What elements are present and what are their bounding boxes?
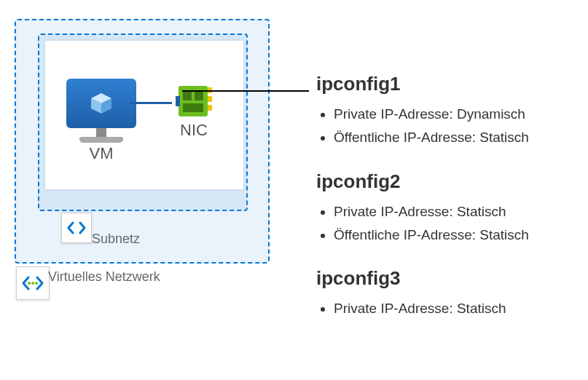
ipconfig-title: ipconfig3 (316, 267, 579, 290)
ipconfig-list: ipconfig1 Private IP-Adresse: Dynamisch … (316, 73, 579, 341)
vnet-icon (16, 266, 50, 300)
ipconfig-item: Öffentliche IP-Adresse: Statisch (334, 223, 579, 247)
vm-base (79, 137, 123, 143)
ipconfig-item: Private IP-Adresse: Statisch (334, 297, 579, 320)
vnet-label: Virtuelles Netzwerk (48, 269, 160, 285)
ipconfig-items: Private IP-Adresse: Dynamisch Öffentlich… (316, 103, 579, 150)
ipconfig-block: ipconfig1 Private IP-Adresse: Dynamisch … (316, 73, 579, 150)
ipconfig-title: ipconfig1 (316, 73, 579, 95)
nic-icon (176, 83, 212, 119)
svg-rect-10 (176, 96, 180, 106)
ipconfig-items: Private IP-Adresse: Statisch Öffentliche… (316, 200, 579, 248)
ipconfig-item: Öffentliche IP-Adresse: Statisch (334, 126, 579, 149)
ipconfig-item: Private IP-Adresse: Dynamisch (334, 103, 579, 126)
subnet-icon (61, 213, 92, 243)
svg-point-12 (31, 282, 34, 285)
resource-panel: VM NIC (45, 41, 243, 189)
subnet-box: VM NIC (38, 33, 248, 211)
nic-label: NIC (165, 121, 223, 140)
ipconfig-title: ipconfig2 (316, 170, 579, 193)
svg-rect-6 (183, 103, 203, 112)
ipconfig-item: Private IP-Adresse: Statisch (334, 200, 579, 223)
nic-callout-line (182, 90, 309, 92)
svg-rect-4 (183, 90, 192, 100)
ipconfig-block: ipconfig2 Private IP-Adresse: Statisch Ö… (316, 170, 579, 248)
ipconfig-items: Private IP-Adresse: Statisch (316, 297, 579, 320)
ipconfig-block: ipconfig3 Private IP-Adresse: Statisch (316, 267, 579, 320)
cube-icon (90, 92, 113, 115)
svg-point-13 (35, 282, 38, 285)
subnet-label: Subnetz (92, 231, 140, 247)
svg-rect-5 (195, 90, 203, 100)
virtual-network-box: VM NIC (15, 19, 270, 264)
vm-label: VM (61, 144, 141, 163)
svg-point-11 (28, 282, 31, 285)
vm-icon (66, 79, 136, 128)
svg-rect-9 (208, 105, 212, 111)
svg-rect-8 (208, 96, 212, 102)
vm-group: VM (61, 79, 141, 163)
